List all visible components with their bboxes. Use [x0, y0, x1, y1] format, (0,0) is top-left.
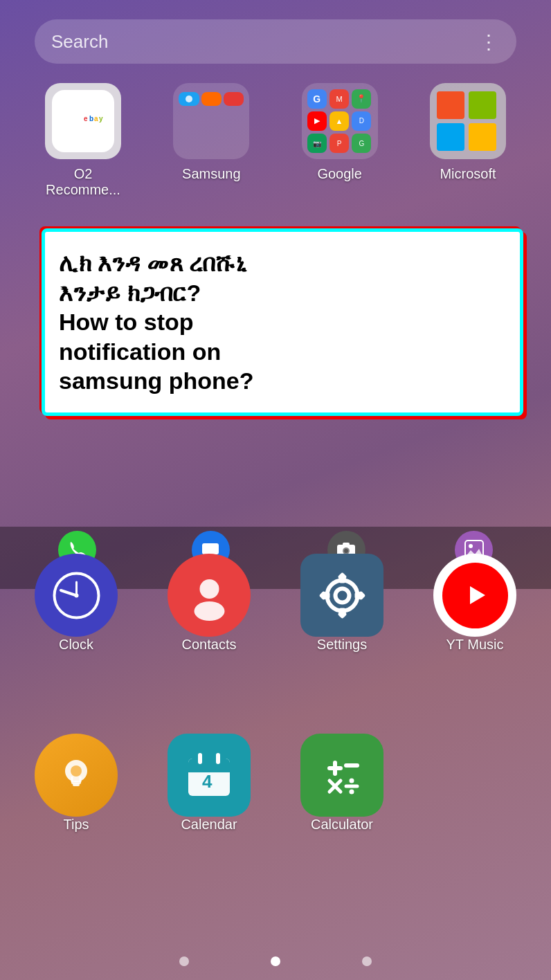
svg-point-26 [335, 588, 349, 602]
calculator-icon [300, 734, 383, 817]
tips-app[interactable]: Tips [28, 734, 125, 833]
ytmusic-app[interactable]: YT Music [426, 554, 523, 653]
svg-point-14 [344, 549, 348, 553]
microsoft-folder-item[interactable]: Microsoft [419, 83, 516, 198]
o2-folder-icon: a e b a y [45, 83, 121, 159]
contacts-app[interactable]: Contacts [161, 554, 258, 653]
more-icon[interactable]: ⋮ [479, 30, 500, 53]
nav-bar [138, 956, 413, 966]
search-placeholder: Search [51, 31, 108, 53]
svg-rect-9 [228, 93, 240, 105]
calculator-app[interactable]: Calculator [293, 734, 390, 833]
svg-rect-8 [206, 93, 217, 105]
o2-folder-item[interactable]: a e b a y O2 Recomme... [35, 83, 132, 198]
apps-row-2: Tips 4 Calendar [28, 734, 523, 833]
apps-row-1: Clock Contacts [28, 554, 523, 653]
svg-text:a: a [94, 115, 98, 122]
tips-label: Tips [63, 817, 89, 833]
svg-line-20 [61, 590, 77, 596]
overlay-amharic-line1: ሊክ እንዳ መጸ ረበሹኒ [59, 248, 506, 278]
overlay-popup: ሊክ እንዳ መጸ ረበሹኒ እንታይ ክጋብር? How to stop no… [42, 228, 523, 416]
svg-text:a: a [67, 116, 73, 127]
svg-point-23 [199, 579, 219, 599]
google-folder-item[interactable]: G M 📍 ▶ ▲ D 📷 [291, 83, 388, 198]
svg-text:e: e [84, 115, 88, 122]
svg-point-55 [350, 790, 354, 795]
overlay-amharic-line2: እንታይ ክጋብር? [59, 278, 506, 308]
clock-label: Clock [59, 637, 93, 653]
nav-dot-3 [362, 956, 372, 966]
samsung-folder-icon [173, 83, 249, 159]
svg-point-24 [194, 601, 224, 621]
nav-dot-1 [179, 956, 189, 966]
svg-text:b: b [89, 115, 93, 122]
settings-app[interactable]: Settings [293, 554, 390, 653]
microsoft-folder-icon [430, 83, 506, 159]
svg-rect-46 [216, 753, 220, 764]
ytmusic-icon [433, 554, 516, 637]
o2-folder-label: O2 Recomme... [35, 166, 132, 198]
screen: Search ⋮ a e b a y [0, 0, 551, 980]
google-folder-label: Google [317, 166, 362, 182]
ytmusic-label: YT Music [446, 637, 504, 653]
search-bar[interactable]: Search ⋮ [35, 19, 516, 64]
samsung-folder-item[interactable]: Samsung [163, 83, 260, 198]
svg-point-22 [74, 593, 78, 597]
nav-dot-2 [271, 956, 280, 966]
contacts-icon [168, 554, 251, 637]
svg-point-7 [186, 96, 192, 102]
svg-point-54 [350, 779, 354, 783]
overlay-english-line1: How to stop [59, 307, 506, 337]
settings-label: Settings [317, 637, 367, 653]
calculator-label: Calculator [311, 817, 373, 833]
svg-rect-15 [343, 543, 350, 546]
google-folder-icon: G M 📍 ▶ ▲ D 📷 [302, 83, 378, 159]
svg-point-41 [71, 765, 82, 777]
svg-text:y: y [99, 115, 103, 122]
svg-marker-35 [470, 586, 485, 604]
svg-point-17 [469, 544, 473, 548]
svg-rect-45 [198, 753, 202, 764]
calendar-label: Calendar [181, 817, 237, 833]
overlay-english-line2: notification on [59, 337, 506, 367]
svg-rect-10 [202, 543, 219, 554]
microsoft-folder-label: Microsoft [440, 166, 496, 182]
contacts-label: Contacts [182, 637, 237, 653]
tips-icon [35, 734, 118, 817]
svg-text:4: 4 [202, 771, 213, 792]
overlay-english-line3: samsung phone? [59, 366, 506, 396]
svg-point-25 [327, 580, 357, 610]
samsung-folder-label: Samsung [182, 166, 241, 182]
folders-row: a e b a y O2 Recomme... [35, 83, 516, 198]
svg-rect-38 [73, 783, 80, 786]
clock-app[interactable]: Clock [28, 554, 125, 653]
calendar-icon: 4 [168, 734, 251, 817]
clock-icon [35, 554, 118, 637]
settings-icon [300, 554, 383, 637]
calendar-app[interactable]: 4 Calendar [161, 734, 258, 833]
